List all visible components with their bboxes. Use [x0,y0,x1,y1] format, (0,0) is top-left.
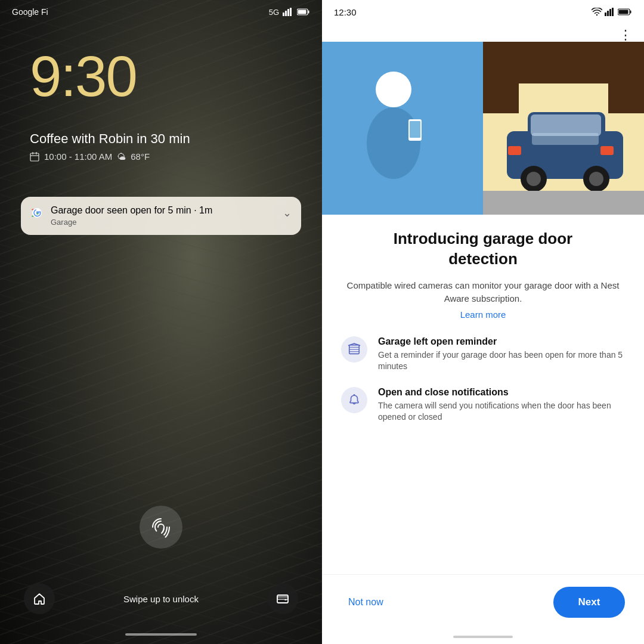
svg-rect-22 [630,11,631,14]
learn-more-link[interactable]: Learn more [341,309,625,320]
intro-title-text: Introducing garage doordetection [394,230,572,268]
svg-rect-18 [607,11,609,16]
svg-rect-36 [508,146,521,155]
notif-chevron-icon[interactable]: ⌄ [283,206,292,219]
home-indicator-right [453,636,513,638]
fingerprint-button[interactable] [140,506,182,549]
svg-point-39 [527,172,541,186]
carrier-label: Google Fi [12,7,48,17]
svg-point-25 [376,72,411,107]
cell-signal-icon [605,8,615,16]
notification-content: Garage door seen open for 5 min · 1m Gar… [51,205,275,227]
garage-illustration [322,42,644,215]
feature-notif-desc: The camera will send you notifications w… [378,400,625,423]
feature-notifications-text: Open and close notifications The camera … [378,387,625,423]
fingerprint-icon [150,516,172,538]
app-content: Introducing garage doordetection Compati… [322,215,644,574]
event-time: 10:00 - 11:00 AM [44,151,112,162]
notif-separator: · [194,205,199,215]
app-time: 12:30 [334,7,357,17]
app-screen: 12:30 [322,0,644,644]
app-battery-icon [618,8,632,16]
intro-title: Introducing garage doordetection [341,229,625,270]
notification-card[interactable]: G Garage door seen open for 5 min · 1m G… [21,197,301,235]
svg-rect-6 [298,10,306,14]
notif-subtitle: Garage [51,218,275,227]
lock-status-bar: Google Fi 5G [0,0,322,24]
feature-garage-desc: Get a reminder if your garage door has b… [378,349,625,373]
lock-event: Coffee with Robin in 30 min 10:00 - 11:0… [30,131,292,162]
google-icon: G [30,206,44,219]
svg-rect-28 [410,121,420,138]
not-now-button[interactable]: Not now [341,592,391,612]
calendar-icon [30,152,39,162]
svg-rect-17 [605,13,606,16]
next-button[interactable]: Next [553,587,625,618]
intro-description: Compatible wired cameras can monitor you… [341,279,625,306]
wallet-icon [276,592,289,605]
app-bottom-buttons: Not now Next [322,574,644,636]
feature-garage-text: Garage left open reminder Get a reminder… [378,336,625,373]
svg-rect-31 [519,83,608,113]
garage-door-icon [348,343,361,356]
app-status-bar: 12:30 [322,0,644,24]
feature-notif-title: Open and close notifications [378,387,625,398]
svg-rect-37 [600,146,614,155]
weather-icon-emoji: 🌤 [117,151,126,162]
svg-rect-19 [609,9,611,16]
notif-time: 1m [199,205,212,215]
signal-icon [283,8,293,16]
swipe-label: Swipe up to unlock [123,594,199,604]
notif-main-text: Garage door seen open for 5 min [51,205,191,215]
wallet-shortcut-button[interactable] [267,583,298,614]
network-label: 5G [269,8,279,17]
app-status-icons [592,8,632,16]
feature-garage-title: Garage left open reminder [378,336,625,347]
bell-icon [348,394,361,407]
svg-rect-3 [290,8,292,16]
lock-time: 9:30 [30,48,137,105]
event-title: Coffee with Robin in 30 min [30,131,292,147]
battery-icon [297,8,310,16]
notification-title: Garage door seen open for 5 min · 1m [51,205,275,216]
svg-point-41 [589,172,603,186]
home-icon [33,592,46,605]
overflow-menu[interactable]: ⋮ [322,24,644,42]
svg-rect-14 [277,597,288,599]
svg-point-26 [367,107,420,179]
svg-rect-35 [532,133,599,145]
lock-screen: Google Fi 5G 9:30 Coffee with Robin in 3… [0,0,322,644]
lock-bottom-bar: Swipe up to unlock [0,583,322,614]
svg-rect-5 [308,11,309,14]
svg-rect-23 [619,10,628,14]
three-dots-icon[interactable]: ⋮ [619,29,632,42]
feature-notifications: Open and close notifications The camera … [341,387,625,423]
home-shortcut-button[interactable] [24,583,55,614]
svg-rect-7 [30,153,39,161]
svg-rect-34 [531,114,601,136]
svg-rect-20 [612,8,614,16]
home-indicator [125,633,197,636]
svg-rect-42 [483,191,644,215]
event-details: 10:00 - 11:00 AM 🌤 68°F [30,151,292,162]
garage-reminder-icon-circle [341,336,367,363]
svg-rect-0 [283,13,284,16]
svg-point-16 [596,14,597,16]
lock-status-icons: 5G [269,8,310,17]
bell-icon-circle [341,387,367,413]
feature-garage-reminder: Garage left open reminder Get a reminder… [341,336,625,373]
svg-rect-2 [287,9,289,16]
wifi-icon [592,8,602,16]
svg-rect-1 [285,11,287,16]
weather-temp: 68°F [131,151,150,162]
